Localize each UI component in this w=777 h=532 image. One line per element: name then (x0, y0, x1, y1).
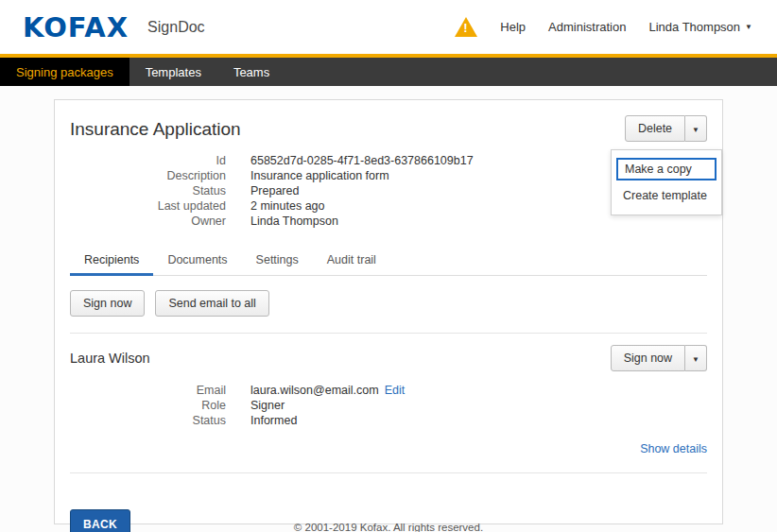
show-details-row: Show details (70, 439, 707, 456)
help-link[interactable]: Help (500, 20, 526, 34)
tab-documents[interactable]: Documents (153, 246, 241, 276)
detail-value: Insurance application form (250, 168, 389, 183)
delete-button[interactable]: Delete (625, 115, 685, 142)
edit-email-link[interactable]: Edit (385, 383, 406, 398)
package-actions-menu: Make a copy Create template (611, 149, 722, 215)
nav-tab-teams[interactable]: Teams (217, 58, 285, 86)
detail-value: 65852d7d-0285-4f71-8ed3-637866109b17 (250, 153, 474, 168)
chevron-down-icon: ▼ (692, 126, 699, 134)
main-nav: Signing packages Templates Teams (0, 58, 777, 86)
app-header: KOFAX SignDoc Help Administration Linda … (0, 0, 777, 54)
package-card: Insurance Application Delete ▼ Make a co… (54, 99, 723, 524)
warning-icon[interactable] (455, 17, 477, 37)
menu-item-create-template[interactable]: Create template (612, 184, 721, 207)
divider (70, 472, 707, 473)
delete-menu-toggle[interactable]: ▼ (685, 115, 707, 142)
chevron-down-icon: ▼ (692, 355, 699, 364)
divider (70, 333, 707, 334)
menu-item-make-a-copy[interactable]: Make a copy (616, 158, 717, 180)
nav-tab-templates[interactable]: Templates (130, 58, 217, 86)
detail-row-owner: Owner Linda Thompson (70, 214, 707, 229)
detail-label: Id (70, 153, 226, 168)
recipient-details: Email laura.wilson@email.com Edit Role S… (70, 383, 707, 428)
show-details-link[interactable]: Show details (640, 442, 707, 455)
detail-label: Owner (70, 214, 226, 229)
nav-tab-signing-packages[interactable]: Signing packages (0, 58, 130, 86)
package-tabs: Recipients Documents Settings Audit trai… (70, 246, 707, 276)
header-actions: Help Administration Linda Thompson ▼ (455, 17, 752, 37)
detail-value: 2 minutes ago (250, 198, 325, 214)
recipient-actions: Sign now Send email to all (70, 290, 707, 317)
detail-value: Signer (250, 398, 285, 413)
detail-value: laura.wilson@email.com (250, 383, 379, 398)
kofax-logo: KOFAX (23, 11, 129, 43)
recipient-sign-now-button[interactable]: Sign now (611, 345, 685, 371)
detail-value: Informed (250, 413, 297, 428)
detail-value: Linda Thompson (250, 214, 338, 229)
user-name: Linda Thompson (648, 20, 740, 34)
detail-label: Description (70, 168, 226, 183)
detail-label: Status (70, 413, 226, 428)
package-title-row: Insurance Application Delete ▼ (70, 115, 707, 142)
sign-now-button[interactable]: Sign now (70, 290, 145, 317)
detail-row-email: Email laura.wilson@email.com Edit (70, 383, 707, 398)
tab-audit-trail[interactable]: Audit trail (313, 246, 390, 276)
user-menu[interactable]: Linda Thompson ▼ (648, 20, 752, 34)
chevron-down-icon: ▼ (745, 24, 752, 31)
detail-label: Email (70, 383, 226, 398)
recipient-name: Laura Wilson (70, 351, 150, 366)
detail-row-role: Role Signer (70, 398, 707, 413)
recipient-sign-now-menu-toggle[interactable]: ▼ (685, 345, 707, 371)
detail-row-recipient-status: Status Informed (70, 413, 707, 428)
detail-label: Role (70, 398, 226, 413)
detail-label: Status (70, 183, 226, 198)
page: KOFAX SignDoc Help Administration Linda … (0, 0, 777, 532)
recipient-header: Laura Wilson Sign now ▼ (70, 345, 707, 371)
copyright-footer: © 2001-2019 Kofax. All rights reserved. (0, 522, 777, 532)
package-title: Insurance Application (70, 119, 241, 140)
tab-settings[interactable]: Settings (242, 246, 313, 276)
tab-recipients[interactable]: Recipients (70, 246, 153, 276)
detail-label: Last updated (70, 198, 226, 214)
recipient-sign-now-split-button: Sign now ▼ (611, 345, 707, 371)
send-email-to-all-button[interactable]: Send email to all (155, 290, 268, 317)
administration-link[interactable]: Administration (548, 20, 626, 34)
detail-value: Prepared (250, 183, 299, 198)
app-title: SignDoc (147, 19, 204, 36)
delete-split-button: Delete ▼ (625, 115, 707, 142)
